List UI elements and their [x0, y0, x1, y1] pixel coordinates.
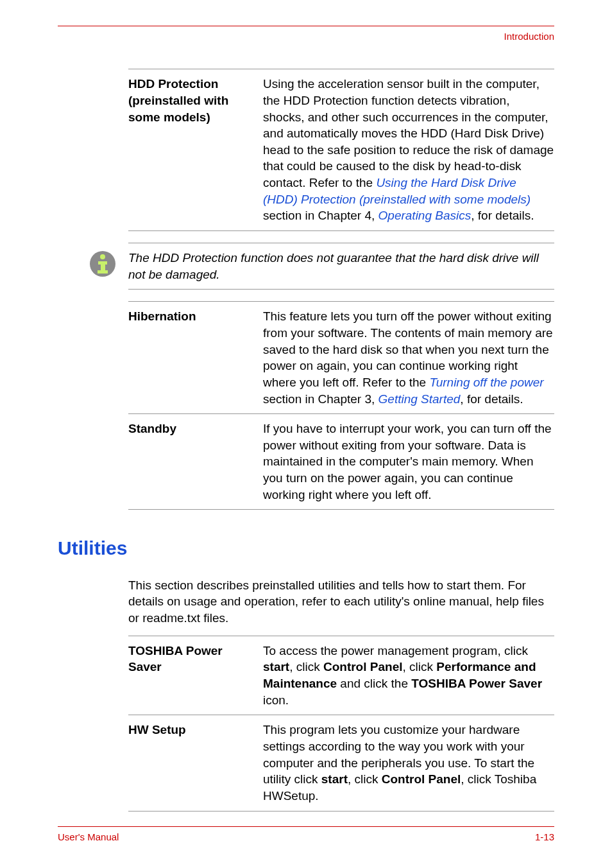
divider	[128, 230, 554, 231]
row-body: This program lets you customize your har…	[263, 722, 554, 804]
bold-text: Control Panel	[382, 772, 461, 786]
note-text: The HDD Protection function does not gua…	[128, 250, 554, 282]
divider	[128, 289, 554, 290]
footer: User's Manual 1-13	[58, 826, 554, 844]
table-row: HDD Protection (preinstalled with some m…	[128, 69, 554, 230]
footer-right: 1-13	[535, 831, 554, 844]
text: , click	[348, 772, 382, 786]
table-row: HW Setup This program lets you customize…	[128, 715, 554, 810]
row-body: To access the power management program, …	[263, 643, 554, 709]
note-block: The HDD Protection function does not gua…	[128, 243, 554, 290]
link-turning-off-power[interactable]: Turning off the power	[429, 376, 543, 389]
top-rule	[58, 26, 554, 26]
bold-text: TOSHIBA Power Saver	[411, 677, 542, 690]
chapter-label: Introduction	[58, 30, 554, 43]
row-label: HW Setup	[128, 722, 263, 804]
text: icon.	[263, 693, 289, 707]
divider	[128, 509, 554, 510]
row-label: TOSHIBA Power Saver	[128, 643, 263, 709]
svg-rect-4	[98, 270, 108, 273]
info-icon	[83, 250, 122, 278]
row-label: HDD Protection (preinstalled with some m…	[128, 76, 263, 224]
bold-text: Control Panel	[323, 660, 403, 673]
row-body: If you have to interrupt your work, you …	[263, 421, 554, 503]
text: To access the power management program, …	[263, 644, 528, 657]
text: , click	[289, 660, 323, 673]
link-operating-basics[interactable]: Operating Basics	[378, 209, 472, 222]
svg-rect-3	[101, 261, 105, 272]
section-intro: This section describes preinstalled util…	[128, 577, 554, 627]
footer-left: User's Manual	[58, 831, 119, 844]
row-body-tail: , for details.	[471, 209, 534, 222]
row-body-tail: , for details.	[460, 392, 523, 406]
table-row: Standby If you have to interrupt your wo…	[128, 414, 554, 509]
link-getting-started[interactable]: Getting Started	[378, 392, 461, 406]
text: and click the	[337, 677, 411, 690]
bold-text: start	[263, 660, 289, 673]
row-body-text: Using the acceleration sensor built in t…	[263, 77, 554, 189]
section-heading-utilities: Utilities	[58, 535, 554, 562]
bold-text: start	[321, 772, 348, 786]
row-label: Hibernation	[128, 308, 263, 407]
table-row: TOSHIBA Power Saver To access the power …	[128, 636, 554, 715]
svg-point-1	[100, 254, 105, 259]
row-body: This feature lets you turn off the power…	[263, 308, 554, 407]
row-label: Standby	[128, 421, 263, 503]
row-body-text: If you have to interrupt your work, you …	[263, 422, 552, 501]
divider	[128, 811, 554, 812]
text: , click	[402, 660, 436, 673]
row-body-mid: section in Chapter 4,	[263, 209, 378, 222]
row-body-mid: section in Chapter 3,	[263, 392, 378, 406]
table-row: Hibernation This feature lets you turn o…	[128, 302, 554, 413]
row-body: Using the acceleration sensor built in t…	[263, 76, 554, 224]
